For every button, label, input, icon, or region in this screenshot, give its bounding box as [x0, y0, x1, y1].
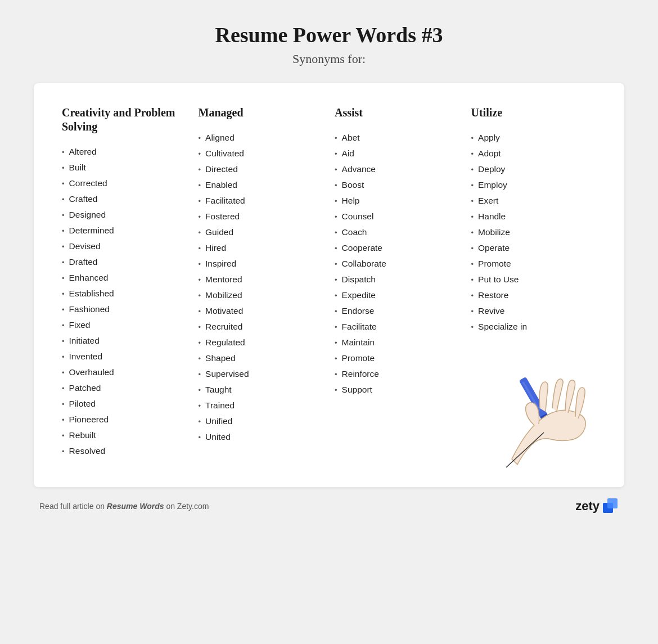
- list-item: Piloted: [62, 396, 187, 412]
- list-item: Initiated: [62, 333, 187, 349]
- list-item: Trained: [199, 398, 324, 413]
- list-item: Revive: [471, 303, 597, 319]
- list-item: Unified: [199, 413, 324, 429]
- list-item: Facilitated: [199, 193, 324, 209]
- list-item: Operate: [471, 240, 597, 256]
- list-item: Handle: [471, 209, 597, 224]
- list-item: Invented: [62, 349, 187, 364]
- list-item: Apply: [471, 130, 597, 146]
- word-list-managed: AlignedCultivatedDirectedEnabledFacilita…: [199, 130, 324, 445]
- list-item: Fashioned: [62, 301, 187, 317]
- list-item: Abet: [335, 130, 460, 146]
- list-item: Mobilize: [471, 224, 597, 240]
- page-subtitle: Synonyms for:: [292, 52, 366, 66]
- list-item: Exert: [471, 193, 597, 209]
- list-item: Established: [62, 286, 187, 301]
- list-item: Determined: [62, 223, 187, 238]
- list-item: Specialize in: [471, 319, 597, 335]
- column-creativity: Creativity and Problem SolvingAlteredBui…: [62, 106, 199, 459]
- list-item: Put to Use: [471, 272, 597, 287]
- hand-illustration: [489, 358, 613, 470]
- list-item: Promote: [471, 256, 597, 272]
- column-header-creativity: Creativity and Problem Solving: [62, 106, 187, 134]
- list-item: Rebuilt: [62, 427, 187, 443]
- list-item: Altered: [62, 144, 187, 160]
- list-item: Support: [335, 382, 460, 398]
- list-item: Pioneered: [62, 412, 187, 427]
- column-header-assist: Assist: [335, 106, 460, 120]
- column-header-managed: Managed: [199, 106, 324, 120]
- list-item: Shaped: [199, 350, 324, 366]
- word-list-utilize: ApplyAdoptDeployEmployExertHandleMobiliz…: [471, 130, 597, 335]
- list-item: Restore: [471, 287, 597, 303]
- zety-logo-text: zety: [575, 499, 600, 514]
- list-item: Aligned: [199, 130, 324, 146]
- column-assist: AssistAbetAidAdvanceBoostHelpCounselCoac…: [335, 106, 471, 459]
- footer-text: Read full article on Resume Words on Zet…: [39, 502, 209, 511]
- svg-rect-6: [607, 498, 618, 508]
- list-item: Facilitate: [335, 319, 460, 335]
- list-item: Aid: [335, 146, 460, 161]
- list-item: Hired: [199, 240, 324, 256]
- list-item: Corrected: [62, 175, 187, 191]
- list-item: Adopt: [471, 146, 597, 161]
- list-item: Coach: [335, 224, 460, 240]
- list-item: Supervised: [199, 366, 324, 382]
- zety-cube-icon: [603, 498, 619, 514]
- footer-bold-text: Resume Words: [107, 502, 164, 511]
- list-item: Taught: [199, 382, 324, 398]
- list-item: Counsel: [335, 209, 460, 224]
- page-title: Resume Power Words #3: [215, 22, 443, 47]
- list-item: Patched: [62, 380, 187, 396]
- list-item: Devised: [62, 238, 187, 254]
- list-item: Boost: [335, 177, 460, 193]
- list-item: Endorse: [335, 303, 460, 319]
- list-item: Crafted: [62, 191, 187, 207]
- list-item: Resolved: [62, 443, 187, 459]
- list-item: Deploy: [471, 161, 597, 177]
- list-item: Enabled: [199, 177, 324, 193]
- list-item: Maintain: [335, 335, 460, 350]
- content-card: Creativity and Problem SolvingAlteredBui…: [34, 83, 624, 487]
- list-item: Collaborate: [335, 256, 460, 272]
- list-item: Fostered: [199, 209, 324, 224]
- list-item: Motivated: [199, 303, 324, 319]
- list-item: Drafted: [62, 254, 187, 270]
- list-item: Cooperate: [335, 240, 460, 256]
- list-item: Overhauled: [62, 364, 187, 380]
- list-item: Advance: [335, 161, 460, 177]
- list-item: Reinforce: [335, 366, 460, 382]
- column-header-utilize: Utilize: [471, 106, 597, 120]
- list-item: Fixed: [62, 317, 187, 333]
- word-list-creativity: AlteredBuiltCorrectedCraftedDesignedDete…: [62, 144, 187, 459]
- list-item: Built: [62, 160, 187, 175]
- zety-logo: zety: [575, 498, 619, 514]
- list-item: Guided: [199, 224, 324, 240]
- word-list-assist: AbetAidAdvanceBoostHelpCounselCoachCoope…: [335, 130, 460, 398]
- column-managed: ManagedAlignedCultivatedDirectedEnabledF…: [199, 106, 335, 459]
- list-item: Expedite: [335, 287, 460, 303]
- list-item: Cultivated: [199, 146, 324, 161]
- list-item: Recruited: [199, 319, 324, 335]
- list-item: Directed: [199, 161, 324, 177]
- list-item: Promote: [335, 350, 460, 366]
- list-item: Regulated: [199, 335, 324, 350]
- list-item: Help: [335, 193, 460, 209]
- footer: Read full article on Resume Words on Zet…: [34, 498, 624, 514]
- list-item: Designed: [62, 207, 187, 223]
- list-item: Employ: [471, 177, 597, 193]
- list-item: Mobilized: [199, 287, 324, 303]
- list-item: Mentored: [199, 272, 324, 287]
- list-item: United: [199, 429, 324, 445]
- list-item: Enhanced: [62, 270, 187, 286]
- list-item: Dispatch: [335, 272, 460, 287]
- list-item: Inspired: [199, 256, 324, 272]
